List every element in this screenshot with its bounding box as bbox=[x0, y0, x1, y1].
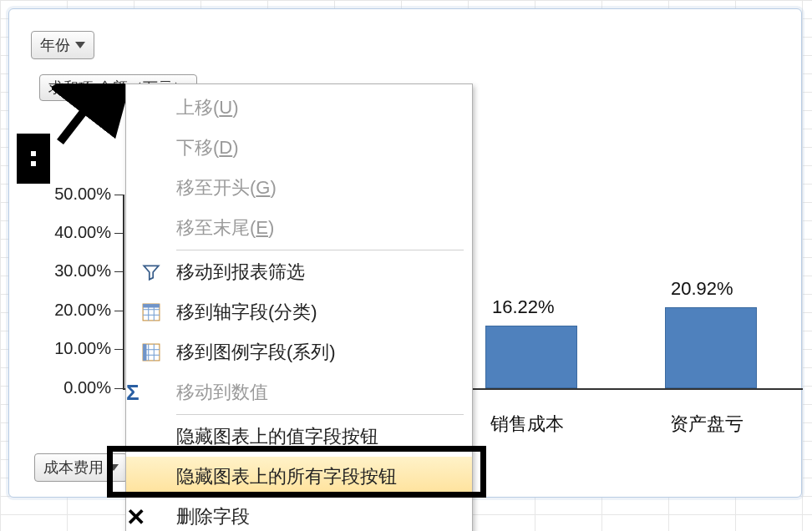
menu-move-down: 下移(D) bbox=[126, 128, 472, 168]
y-tick-label: 30.00% bbox=[34, 261, 111, 281]
menu-move-to-axis-fields[interactable]: 移到轴字段(分类) bbox=[126, 292, 472, 332]
menu-move-up: 上移(U) bbox=[126, 88, 472, 128]
y-tick bbox=[114, 349, 123, 350]
dropdown-icon bbox=[109, 464, 119, 471]
row-field-label: 成本费用 bbox=[43, 458, 104, 478]
y-tick-label: 40.00% bbox=[34, 223, 111, 242]
menu-remove-field[interactable]: ✕ 删除字段 bbox=[126, 497, 472, 531]
y-axis bbox=[123, 195, 124, 388]
menu-move-to-legend-fields[interactable]: 移到图例字段(系列) bbox=[126, 332, 472, 372]
grid-icon bbox=[126, 343, 176, 362]
y-tick bbox=[114, 233, 123, 234]
row-field-button[interactable]: 成本费用 bbox=[34, 453, 128, 482]
y-tick-label: 10.00% bbox=[34, 339, 111, 358]
x-category-label: 资产盘亏 bbox=[648, 412, 765, 437]
menu-separator bbox=[176, 414, 464, 415]
funnel-icon bbox=[126, 263, 176, 281]
menu-move-to-values: Σ 移动到数值 bbox=[126, 372, 472, 412]
menu-hide-value-field-buttons[interactable]: 隐藏图表上的值字段按钮 bbox=[126, 417, 472, 457]
menu-move-to-report-filter[interactable]: 移动到报表筛选 bbox=[126, 252, 472, 292]
menu-move-to-beginning: 移至开头(G) bbox=[126, 168, 472, 208]
filter-field-label: 年份 bbox=[40, 35, 70, 55]
y-tick bbox=[114, 311, 123, 311]
menu-move-to-end: 移至末尾(E) bbox=[126, 208, 472, 248]
y-tick bbox=[114, 195, 123, 195]
grid-icon bbox=[126, 303, 176, 321]
svg-rect-12 bbox=[143, 344, 146, 361]
bar-label: 16.22% bbox=[492, 296, 555, 318]
bar-label: 20.92% bbox=[671, 278, 733, 300]
filter-field-button-year[interactable]: 年份 bbox=[31, 31, 94, 59]
annotation-step-box bbox=[17, 134, 50, 184]
x-icon: ✕ bbox=[126, 503, 176, 531]
y-tick bbox=[114, 388, 123, 389]
x-category-label: 销售成本 bbox=[469, 412, 586, 437]
y-tick-label: 50.00% bbox=[34, 185, 111, 204]
field-context-menu: 上移(U) 下移(D) 移至开头(G) 移至末尾(E) 移动到报表筛选 移到轴字… bbox=[125, 83, 473, 531]
menu-separator bbox=[176, 250, 464, 250]
menu-hide-all-field-buttons[interactable]: 隐藏图表上的所有字段按钮 bbox=[126, 457, 472, 497]
svg-rect-6 bbox=[143, 304, 160, 307]
y-tick-label: 0.00% bbox=[34, 378, 111, 397]
sigma-icon: Σ bbox=[126, 380, 176, 406]
bar-asset-loss[interactable] bbox=[665, 307, 757, 388]
bar-sales-cost[interactable] bbox=[485, 326, 577, 388]
y-tick-label: 20.00% bbox=[34, 301, 111, 320]
y-tick bbox=[114, 271, 123, 272]
dropdown-icon bbox=[75, 42, 85, 48]
